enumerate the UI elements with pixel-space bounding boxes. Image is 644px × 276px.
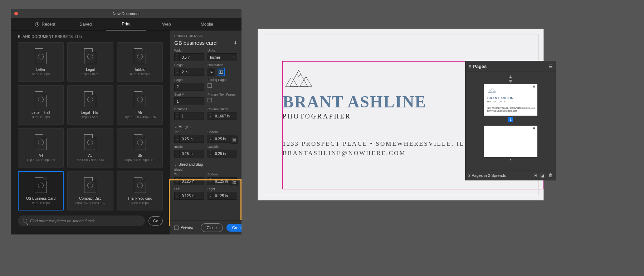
mountain-logo-icon <box>487 87 497 93</box>
chevron-up-icon[interactable]: ˄ <box>175 54 179 57</box>
close-window-button[interactable] <box>14 12 18 15</box>
document-icon <box>134 177 146 193</box>
preset-us-business-card[interactable]: US Business Card21p0 x 12p0 <box>18 171 64 210</box>
document-icon <box>134 134 146 150</box>
bleed-right-input[interactable]: ˄˅0.125 in <box>208 192 237 200</box>
pages-input[interactable]: 2 <box>174 83 204 91</box>
margin-top-input[interactable]: ˄˅0.25 in <box>174 135 204 143</box>
pages-panel: Pages ☰ A A BRANT ASHLINE PHOTOGRAPHER 1… <box>465 61 556 180</box>
page-2-thumbnail[interactable]: A <box>484 126 537 157</box>
dialog-title: New Document <box>113 11 140 16</box>
document-icon <box>35 134 47 150</box>
preset-a4[interactable]: A449p7.276 x 70p1.89 <box>18 128 64 168</box>
master-page-label: A <box>473 75 548 79</box>
preset-b5[interactable]: B541p6.898 x 59p0.661 <box>117 128 163 168</box>
dialog-titlebar: New Document <box>11 9 241 18</box>
clock-icon <box>35 22 39 26</box>
width-input[interactable]: ˄˅ 3.5 in <box>174 53 204 61</box>
bleed-top-input[interactable]: ˄˅0.125 in <box>174 177 204 185</box>
chevron-down-icon[interactable]: ˅ <box>175 57 179 61</box>
page-2-number[interactable]: 2 <box>508 159 513 164</box>
margin-outside-input[interactable]: ˄˅0.25 in <box>208 150 237 158</box>
page-1-thumbnail[interactable]: A BRANT ASHLINE PHOTOGRAPHER 1233 PROSPE… <box>484 84 537 116</box>
svg-line-3 <box>297 74 299 77</box>
units-select[interactable]: Inches˅ <box>208 53 237 61</box>
tab-web[interactable]: Web <box>146 18 187 30</box>
triangle-icon <box>508 80 513 83</box>
preset-details-panel: PRESET DETAILS GB business card ⬇ Width … <box>170 30 241 234</box>
preset-tabloid[interactable]: Tabloid66p0 x 102p0 <box>117 42 163 82</box>
tab-mobile[interactable]: Mobile <box>187 18 227 30</box>
close-button[interactable]: Close <box>201 223 223 232</box>
document-icon <box>84 48 96 64</box>
pages-count-label: 2 Pages in 2 Spreads <box>468 173 506 178</box>
margins-section-toggle[interactable]: Margins <box>174 125 237 129</box>
document-icon <box>35 91 47 107</box>
document-icon <box>84 91 96 107</box>
margin-inside-input[interactable]: ˄˅0.25 in <box>174 150 204 158</box>
panel-menu-icon[interactable]: ☰ <box>548 64 553 69</box>
presets-area: BLANK DOCUMENT PRESETS (16) Letter51p0 x… <box>11 30 170 234</box>
new-document-dialog: New Document Recent Saved Print Web Mobi… <box>11 9 241 234</box>
bleed-left-input[interactable]: ˄˅0.125 in <box>174 192 204 200</box>
document-icon <box>84 177 96 193</box>
document-icon <box>84 134 96 150</box>
tab-print[interactable]: Print <box>106 18 146 30</box>
preset-compact-disc[interactable]: Compact Disc28p4.157 x 28p4.157 <box>67 171 113 210</box>
columns-input[interactable]: ˄˅ 1 <box>174 112 204 120</box>
preset-a3[interactable]: A370p1.89 x 99p2.551 <box>67 128 113 168</box>
link-margins-icon[interactable]: ⛓ <box>230 136 238 144</box>
preset-a5[interactable]: A534p11.528 x 49p7.276 <box>117 85 163 125</box>
dialog-footer: Preview Close Create <box>170 220 241 234</box>
tab-saved[interactable]: Saved <box>65 18 106 30</box>
link-bleed-icon[interactable]: ⛓ <box>230 178 238 186</box>
document-icon <box>134 48 146 64</box>
orientation-portrait-button[interactable] <box>208 68 215 76</box>
go-button[interactable]: Go <box>148 216 163 226</box>
portrait-icon <box>210 70 213 74</box>
save-preset-icon[interactable]: ⬇ <box>234 40 237 45</box>
preset-legal---half[interactable]: Legal - Half42p0 x 51p0 <box>67 85 113 125</box>
pages-panel-header[interactable]: Pages ☰ <box>465 61 556 72</box>
preset-details-label: PRESET DETAILS <box>174 34 237 38</box>
mountain-logo-icon <box>283 69 315 89</box>
preview-checkbox[interactable] <box>174 226 179 230</box>
preset-thank-you-card[interactable]: Thank You card30p0 x 42p0 <box>117 171 163 210</box>
search-icon <box>23 219 27 223</box>
category-tabs: Recent Saved Print Web Mobile <box>11 18 241 30</box>
svg-marker-2 <box>300 77 312 87</box>
presets-header: BLANK DOCUMENT PRESETS (16) <box>18 35 163 39</box>
new-page-icon[interactable]: ◪ <box>540 173 545 178</box>
facing-pages-checkbox[interactable] <box>208 83 212 88</box>
stock-search-input[interactable]: Find more templates on Adobe Stock <box>18 216 145 226</box>
edit-page-icon[interactable]: ⎘ <box>534 173 537 178</box>
orientation-landscape-button[interactable] <box>217 68 225 76</box>
start-number-input[interactable]: 1 <box>174 97 204 105</box>
page-1-number[interactable]: 1 <box>508 117 513 122</box>
document-icon <box>35 48 47 64</box>
pages-panel-footer: 2 Pages in 2 Spreads ⎘ ◪ 🗑 <box>465 170 556 180</box>
gutter-input[interactable]: ˄˅ 0.1667 in <box>208 112 237 120</box>
preset-legal[interactable]: Legal51p0 x 84p0 <box>67 42 113 82</box>
delete-page-icon[interactable]: 🗑 <box>548 173 553 178</box>
tab-recent[interactable]: Recent <box>25 18 65 30</box>
height-input[interactable]: ˄˅ 2 in <box>174 68 204 76</box>
chevron-down-icon: ˅ <box>233 56 235 59</box>
primary-text-frame-checkbox[interactable] <box>208 98 212 102</box>
document-name-input[interactable]: GB business card <box>174 40 216 46</box>
svg-line-4 <box>299 74 301 77</box>
pages-panel-title: Pages <box>468 64 487 69</box>
bleed-section-toggle[interactable]: Bleed and Slug <box>174 163 237 166</box>
landscape-icon <box>219 71 223 74</box>
document-icon <box>134 91 146 107</box>
preset-letter[interactable]: Letter51p0 x 66p0 <box>18 42 64 82</box>
create-button[interactable]: Create <box>226 224 241 232</box>
preset-letter---half[interactable]: Letter - Half33p0 x 51p0 <box>18 85 64 125</box>
document-icon <box>35 177 47 193</box>
svg-marker-1 <box>286 77 298 87</box>
